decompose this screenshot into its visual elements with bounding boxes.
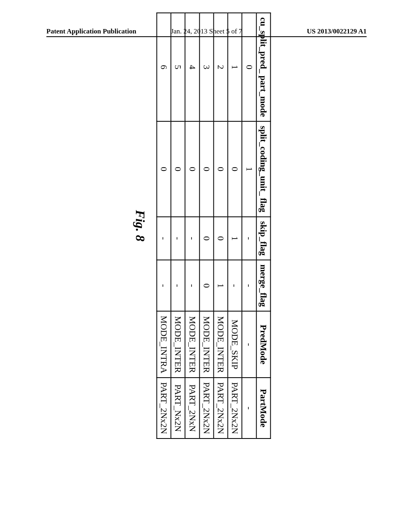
cell: -	[171, 260, 185, 311]
col-header-skip-flag: skip_flag	[256, 217, 270, 260]
cell: 0	[228, 121, 242, 217]
table-row: 5 0 - - MODE_INTER PART_Nx2N	[171, 13, 185, 438]
cell: -	[242, 260, 256, 311]
cell: -	[242, 217, 256, 260]
cell: 0	[214, 217, 228, 260]
cell: 0	[199, 260, 213, 311]
table-row: 6 0 - - MODE_INTRA PART_2Nx2N	[156, 13, 171, 438]
cell: 4	[185, 13, 199, 121]
table-row: 3 0 0 0 MODE_INTER PART_2Nx2N	[199, 13, 213, 438]
cell: PART_2Nx2N	[199, 378, 213, 438]
cell: -	[156, 260, 171, 311]
cell: 0	[185, 121, 199, 217]
cell: -	[242, 311, 256, 378]
cell: 3	[199, 13, 213, 121]
cell: 0	[156, 121, 171, 217]
table-body: 0 1 - - - - 1 0 1 - MODE_SKIP PART_2Nx2N	[156, 13, 256, 438]
cell: 5	[171, 13, 185, 121]
cell: -	[185, 260, 199, 311]
page: Patent Application Publication Jan. 24, …	[0, 0, 413, 532]
cell: MODE_INTER	[185, 311, 199, 378]
cell: PART_2Nx2N	[228, 378, 242, 438]
cell: MODE_INTER	[171, 311, 185, 378]
cell: 0	[199, 121, 213, 217]
figure-rotated: cu_split_pred_ part_mode split_coding_un…	[132, 12, 271, 439]
cell: MODE_SKIP	[228, 311, 242, 378]
cell: -	[185, 217, 199, 260]
figure-label: Fig. 8	[132, 210, 147, 241]
table-row: 2 0 0 1 MODE_INTER PART_2Nx2N	[214, 13, 228, 438]
cell: PART_2NxN	[185, 378, 199, 438]
cell: MODE_INTER	[199, 311, 213, 378]
table-header-row: cu_split_pred_ part_mode split_coding_un…	[256, 13, 270, 438]
cell: PART_Nx2N	[171, 378, 185, 438]
cell: -	[171, 217, 185, 260]
cell: 1	[228, 217, 242, 260]
col-header-cu-split-pred-part-mode: cu_split_pred_ part_mode	[256, 13, 270, 121]
col-header-split-coding-unit-flag: split_coding_unit_ flag	[256, 121, 270, 217]
col-header-pred-mode: PredMode	[256, 311, 270, 378]
cell: -	[156, 217, 171, 260]
cell: 0	[171, 121, 185, 217]
cell: -	[242, 378, 256, 438]
cell: 6	[156, 13, 171, 121]
col-header-part-mode: PartMode	[256, 378, 270, 438]
cell: 1	[228, 13, 242, 121]
cell: MODE_INTRA	[156, 311, 171, 378]
cell: 2	[214, 13, 228, 121]
cell: 0	[242, 13, 256, 121]
header-right: US 2013/0022129 A1	[307, 27, 367, 35]
cell: 0	[199, 217, 213, 260]
cell: PART_2Nx2N	[214, 378, 228, 438]
cell: PART_2Nx2N	[156, 378, 171, 438]
table-row: 0 1 - - - -	[242, 13, 256, 438]
table-row: 1 0 1 - MODE_SKIP PART_2Nx2N	[228, 13, 242, 438]
cell: 1	[242, 121, 256, 217]
cell: 1	[214, 260, 228, 311]
cell: MODE_INTER	[214, 311, 228, 378]
cell: -	[228, 260, 242, 311]
figure-inner: cu_split_pred_ part_mode split_coding_un…	[132, 12, 271, 439]
mode-table: cu_split_pred_ part_mode split_coding_un…	[156, 12, 271, 439]
cell: 0	[214, 121, 228, 217]
col-header-merge-flag: merge_flag	[256, 260, 270, 311]
table-row: 4 0 - - MODE_INTER PART_2NxN	[185, 13, 199, 438]
